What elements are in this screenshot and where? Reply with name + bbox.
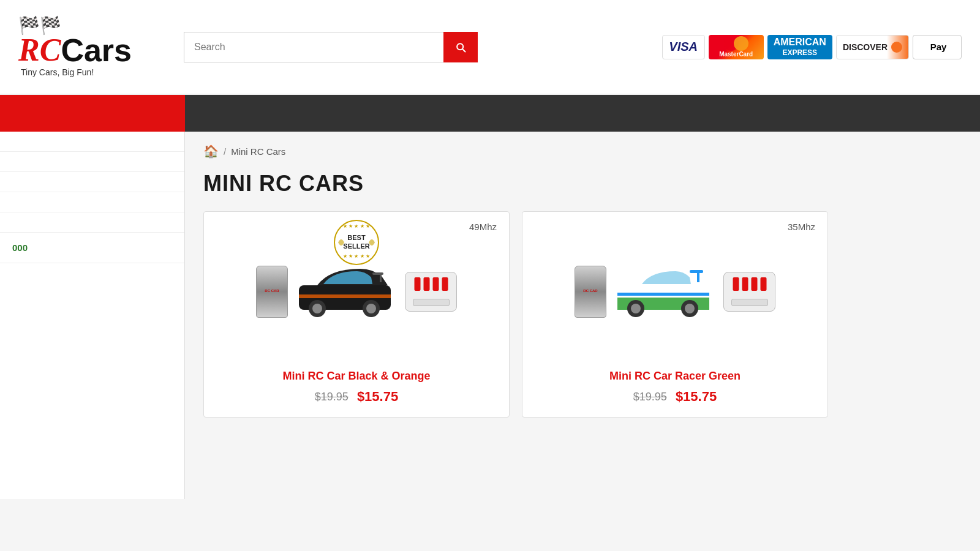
navbar-dark-section (185, 95, 980, 132)
remote-1 (405, 272, 457, 312)
product-image-2: RC CAR (535, 224, 815, 359)
logo-flags: 🏁🏁 (18, 17, 61, 34)
svg-point-18 (685, 304, 695, 313)
can-2: RC CAR (575, 266, 606, 318)
search-area (184, 32, 478, 62)
svg-text:★ ★ ★ ★ ★: ★ ★ ★ ★ ★ (343, 223, 370, 229)
product-name-1: Mini RC Car Black & Orange (216, 370, 497, 383)
svg-point-16 (631, 304, 641, 313)
svg-rect-11 (372, 272, 383, 275)
car-svg-1 (293, 264, 400, 319)
svg-text:★ ★ ★ ★ ★: ★ ★ ★ ★ ★ (343, 253, 370, 259)
svg-rect-20 (697, 270, 699, 282)
amex-badge: AMERICAN EXPRESS (767, 35, 832, 59)
page-title: MINI RC CARS (203, 171, 962, 197)
logo-cars: Cars (61, 34, 132, 66)
breadcrumb-home-icon[interactable]: 🏠 (203, 144, 219, 159)
discover-badge: DISCOVER (836, 35, 909, 59)
svg-text:SELLER: SELLER (343, 242, 369, 250)
product-price-old-1: $19.95 (315, 391, 349, 403)
product-price-new-2: $15.75 (676, 389, 717, 405)
logo-rc: RC (18, 34, 61, 66)
svg-point-8 (312, 304, 322, 313)
search-button[interactable] (443, 32, 478, 62)
svg-rect-12 (380, 272, 382, 282)
sidebar-item-4[interactable] (0, 192, 184, 212)
product-card-racer-green[interactable]: 35Mhz RC CAR (522, 211, 828, 418)
navbar (0, 95, 980, 132)
best-seller-badge-svg: ★ ★ ★ ★ ★ BEST SELLER ★ ★ ★ ★ ★ (332, 218, 381, 267)
navbar-red-section (0, 95, 185, 132)
visa-badge: VISA (662, 35, 705, 59)
svg-rect-14 (617, 293, 709, 296)
content-wrapper: 000 🏠 / Mini RC Cars MINI RC CARS 49Mhz (0, 132, 980, 499)
product-visual-1: RC CAR (216, 258, 497, 325)
remote-2 (723, 272, 775, 312)
sidebar-item-price: 000 (0, 233, 184, 263)
logo-tagline: Tiny Cars, Big Fun! (18, 67, 141, 77)
svg-point-10 (366, 304, 376, 313)
applepay-badge: Pay (913, 35, 962, 59)
product-pricing-2: $19.95 $15.75 (535, 389, 815, 405)
svg-rect-19 (690, 270, 703, 273)
product-pricing-1: $19.95 $15.75 (216, 389, 497, 405)
best-seller-badge: ★ ★ ★ ★ ★ BEST SELLER ★ ★ ★ ★ ★ (332, 218, 381, 267)
logo-text: RC Cars (18, 34, 141, 66)
can-1: RC CAR (256, 266, 288, 318)
breadcrumb-current: Mini RC Cars (231, 146, 285, 157)
sidebar: 000 (0, 132, 185, 499)
search-icon (454, 41, 467, 53)
payment-icons: VISA MasterCard AMERICAN EXPRESS DISCOVE… (662, 35, 962, 59)
main-content: 🏠 / Mini RC Cars MINI RC CARS 49Mhz ★ ★ … (185, 132, 980, 499)
product-price-new-1: $15.75 (357, 389, 398, 405)
product-card-black-orange[interactable]: 49Mhz ★ ★ ★ ★ ★ BEST SELLER ★ ★ ★ ★ ★ (203, 211, 510, 418)
product-grid: 49Mhz ★ ★ ★ ★ ★ BEST SELLER ★ ★ ★ ★ ★ (203, 211, 962, 418)
product-price-old-2: $19.95 (633, 391, 667, 403)
sidebar-item-1[interactable] (0, 132, 184, 152)
search-input[interactable] (184, 32, 443, 62)
breadcrumb-separator: / (224, 146, 226, 157)
product-name-2: Mini RC Car Racer Green (535, 370, 815, 383)
svg-text:BEST: BEST (347, 234, 366, 241)
logo[interactable]: 🏁🏁 RC Cars Tiny Cars, Big Fun! (18, 17, 141, 77)
car-svg-2 (611, 264, 718, 319)
sidebar-item-2[interactable] (0, 152, 184, 172)
sidebar-item-5[interactable] (0, 212, 184, 233)
breadcrumb: 🏠 / Mini RC Cars (203, 144, 962, 159)
svg-rect-6 (299, 294, 391, 298)
mastercard-badge: MasterCard (709, 35, 764, 59)
product-visual-2: RC CAR (535, 258, 815, 325)
sidebar-item-3[interactable] (0, 172, 184, 192)
site-header: 🏁🏁 RC Cars Tiny Cars, Big Fun! VISA Mast… (0, 0, 980, 95)
